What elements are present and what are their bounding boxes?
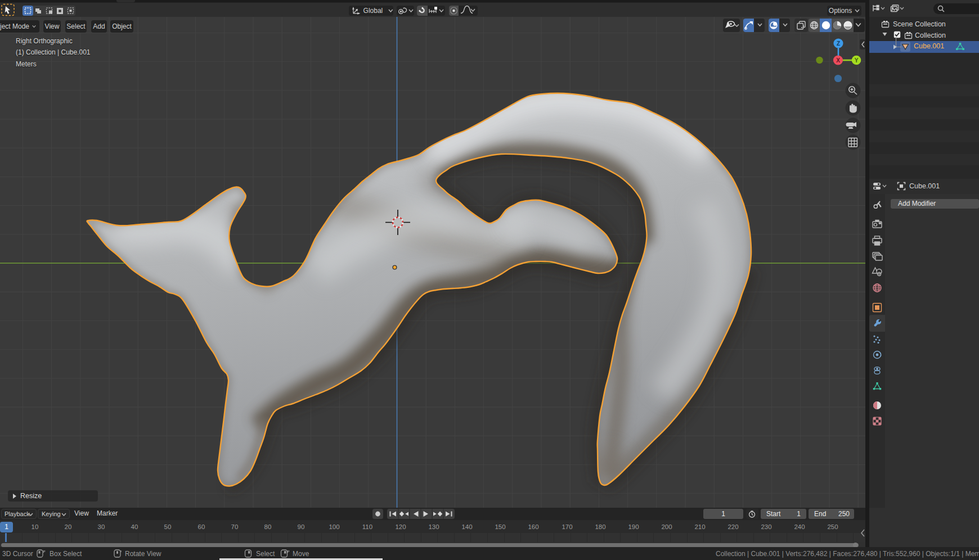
svg-text:X: X (836, 57, 840, 64)
svg-text:Z: Z (837, 40, 840, 47)
svg-text:Y: Y (855, 57, 859, 64)
